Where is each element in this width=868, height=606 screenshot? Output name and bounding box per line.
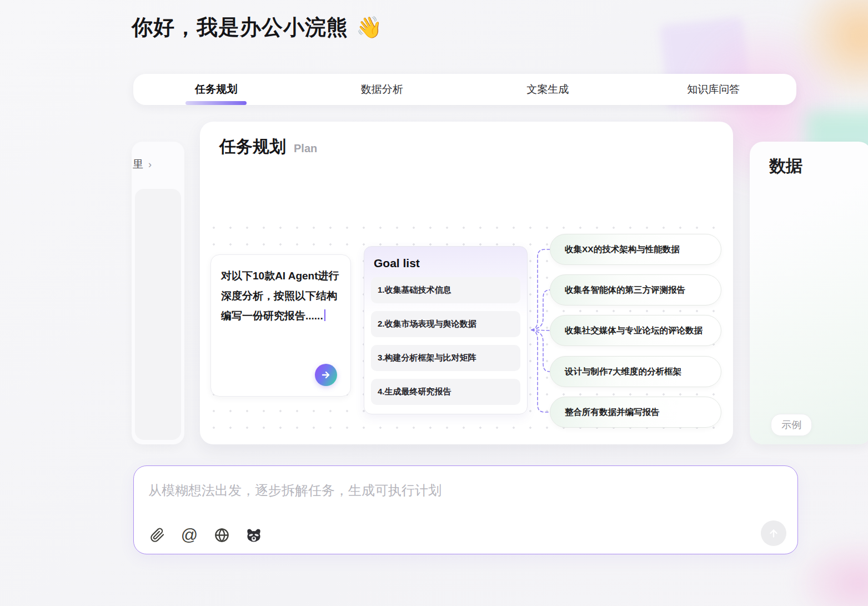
task-pill-4[interactable]: 设计与制作7大维度的分析框架 (550, 356, 721, 387)
example-badge[interactable]: 示例 (771, 414, 812, 436)
chat-composer: @ (133, 465, 798, 554)
wave-emoji: 👋 (356, 16, 383, 39)
globe-icon (214, 527, 230, 543)
goal-item-1[interactable]: 1.收集基础技术信息 (371, 277, 520, 303)
page-title: 你好，我是办公小浣熊👋 (132, 13, 383, 42)
send-message-button[interactable] (761, 520, 786, 546)
raccoon-icon (245, 527, 263, 543)
task-pill-2[interactable]: 收集各智能体的第三方评测报告 (550, 274, 721, 305)
tab-copywriting[interactable]: 文案生成 (465, 74, 631, 105)
mention-button[interactable]: @ (180, 526, 198, 544)
plan-card-title: 任务规划 (219, 136, 286, 158)
user-prompt-text-content: 对以下10款AI Agent进行深度分析，按照以下结构编写一份研究报告.....… (221, 270, 339, 322)
plan-card-subtitle: Plan (294, 142, 317, 155)
web-search-button[interactable] (213, 526, 230, 544)
bg-orange-glow (794, 0, 868, 100)
task-pill-5[interactable]: 整合所有数据并编写报告 (550, 397, 721, 428)
bg-bottom-pink-glow (791, 536, 868, 606)
tab-data-analysis-label: 数据分析 (361, 82, 403, 97)
feature-tabbar: 任务规划 数据分析 文案生成 知识库问答 (133, 74, 796, 105)
text-cursor (324, 309, 326, 321)
assistant-mode-button[interactable] (245, 526, 263, 544)
goal-item-4[interactable]: 4.生成最终研究报告 (371, 379, 520, 405)
goal-item-2[interactable]: 2.收集市场表现与舆论数据 (371, 311, 520, 337)
paperclip-icon (150, 528, 165, 543)
tab-knowledge-qa-label: 知识库问答 (687, 82, 740, 97)
plan-card-header: 任务规划 Plan (219, 136, 317, 158)
user-prompt-box: 对以下10款AI Agent进行深度分析，按照以下结构编写一份研究报告.....… (210, 254, 351, 397)
task-pill-3[interactable]: 收集社交媒体与专业论坛的评论数据 (550, 315, 721, 346)
mention-icon: @ (181, 527, 198, 543)
user-prompt-text: 对以下10款AI Agent进行深度分析，按照以下结构编写一份研究报告.....… (221, 266, 340, 326)
left-peek-label: 里 (133, 158, 143, 170)
attach-file-button[interactable] (148, 526, 166, 544)
arrow-right-icon (320, 369, 332, 380)
greeting-text: 你好，我是办公小浣熊 (132, 16, 348, 39)
task-planning-card: 任务规划 Plan 对以下10款AI Agent进行深度分析，按照以下结构编写一… (200, 122, 733, 444)
tab-knowledge-qa[interactable]: 知识库问答 (631, 74, 797, 105)
tab-task-planning[interactable]: 任务规划 (133, 74, 299, 105)
goal-list-title: Goal list (374, 257, 520, 270)
carousel-card-left-peek[interactable]: 里› (132, 142, 184, 444)
chevron-right-icon: › (148, 159, 152, 170)
tab-task-planning-label: 任务规划 (195, 82, 237, 97)
tab-copywriting-label: 文案生成 (526, 82, 569, 97)
composer-toolbar: @ (148, 526, 263, 544)
active-tab-underline (185, 101, 247, 105)
carousel-card-right-peek[interactable]: 数据 示例 (750, 142, 868, 444)
right-peek-title: 数据 (769, 155, 802, 178)
chat-input[interactable] (148, 482, 731, 516)
task-pill-1[interactable]: 收集XX的技术架构与性能数据 (550, 234, 721, 265)
left-peek-content-panel (135, 189, 181, 440)
prompt-submit-button[interactable] (315, 364, 337, 386)
left-peek-title: 里› (133, 157, 152, 172)
goal-list-card: Goal list 1.收集基础技术信息 2.收集市场表现与舆论数据 3.构建分… (364, 246, 528, 414)
tab-data-analysis[interactable]: 数据分析 (299, 74, 465, 105)
goal-item-3[interactable]: 3.构建分析框架与比对矩阵 (371, 345, 520, 371)
send-up-icon (767, 527, 780, 539)
